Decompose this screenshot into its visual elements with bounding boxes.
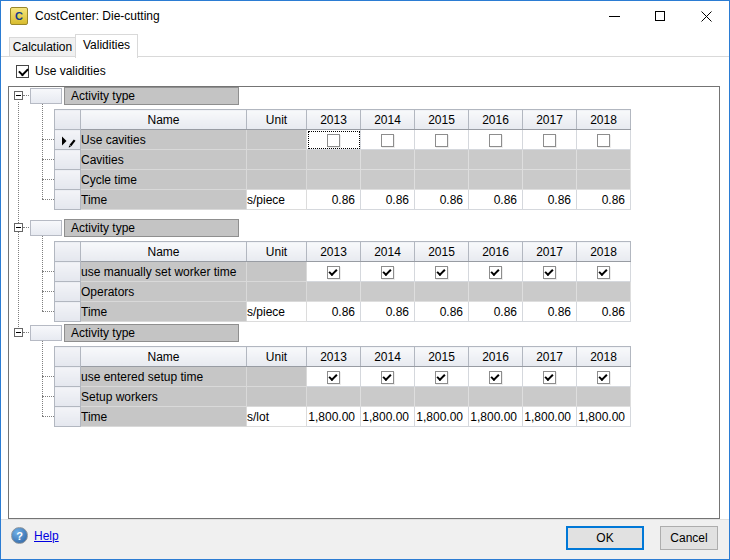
help-link[interactable]: Help bbox=[34, 529, 59, 543]
row-unit-cell[interactable] bbox=[247, 130, 307, 150]
year-checkbox[interactable] bbox=[327, 266, 340, 279]
tab-calculation[interactable]: Calculation bbox=[9, 37, 76, 57]
year-empty-cell[interactable] bbox=[523, 170, 577, 190]
year-checkbox[interactable] bbox=[597, 266, 610, 279]
column-header-2017[interactable]: 2017 bbox=[523, 242, 577, 262]
year-empty-cell[interactable] bbox=[415, 387, 469, 407]
year-checkbox-cell[interactable] bbox=[523, 130, 577, 150]
year-value-cell[interactable]: 0.86 bbox=[523, 190, 577, 210]
year-value-cell[interactable]: 0.86 bbox=[523, 302, 577, 322]
row-selector-cell[interactable] bbox=[55, 130, 81, 150]
year-empty-cell[interactable] bbox=[361, 170, 415, 190]
year-checkbox[interactable] bbox=[435, 134, 448, 147]
year-value-cell[interactable]: 0.86 bbox=[415, 190, 469, 210]
row-name-cell[interactable]: Time bbox=[81, 407, 247, 427]
year-checkbox-cell[interactable] bbox=[577, 262, 631, 282]
year-checkbox[interactable] bbox=[489, 134, 502, 147]
row-unit-cell[interactable] bbox=[247, 170, 307, 190]
collapse-expander-icon[interactable] bbox=[14, 223, 23, 232]
year-empty-cell[interactable] bbox=[307, 170, 361, 190]
column-header-2015[interactable]: 2015 bbox=[415, 110, 469, 130]
year-checkbox[interactable] bbox=[327, 371, 340, 384]
year-value-cell[interactable]: 0.86 bbox=[361, 190, 415, 210]
minimize-button[interactable] bbox=[591, 1, 637, 31]
row-selector-cell[interactable] bbox=[55, 407, 81, 427]
year-checkbox-cell[interactable] bbox=[577, 367, 631, 387]
year-empty-cell[interactable] bbox=[415, 150, 469, 170]
section-selector-cell[interactable] bbox=[30, 88, 62, 104]
help-icon[interactable]: ? bbox=[11, 527, 28, 544]
column-header-unit[interactable]: Unit bbox=[247, 242, 307, 262]
column-header-2013[interactable]: 2013 bbox=[307, 347, 361, 367]
row-name-cell[interactable]: Cavities bbox=[81, 150, 247, 170]
column-header-2014[interactable]: 2014 bbox=[361, 242, 415, 262]
year-empty-cell[interactable] bbox=[577, 150, 631, 170]
year-empty-cell[interactable] bbox=[469, 170, 523, 190]
year-empty-cell[interactable] bbox=[415, 170, 469, 190]
year-checkbox-cell[interactable] bbox=[523, 367, 577, 387]
maximize-button[interactable] bbox=[637, 1, 683, 31]
year-checkbox-cell[interactable] bbox=[361, 262, 415, 282]
year-checkbox-cell[interactable] bbox=[307, 262, 361, 282]
row-unit-cell[interactable] bbox=[247, 262, 307, 282]
section-selector-cell[interactable] bbox=[30, 325, 62, 341]
year-empty-cell[interactable] bbox=[307, 387, 361, 407]
year-value-cell[interactable]: 1,800.00 bbox=[577, 407, 631, 427]
year-checkbox-cell[interactable] bbox=[469, 367, 523, 387]
row-selector-cell[interactable] bbox=[55, 190, 81, 210]
year-checkbox[interactable] bbox=[597, 134, 610, 147]
column-header-name[interactable]: Name bbox=[81, 242, 247, 262]
row-unit-cell[interactable]: s/piece bbox=[247, 302, 307, 322]
row-selector-cell[interactable] bbox=[55, 387, 81, 407]
column-header-unit[interactable]: Unit bbox=[247, 110, 307, 130]
row-unit-cell[interactable] bbox=[247, 367, 307, 387]
year-checkbox[interactable] bbox=[381, 134, 394, 147]
year-empty-cell[interactable] bbox=[523, 282, 577, 302]
row-selector-cell[interactable] bbox=[55, 262, 81, 282]
column-header-2013[interactable]: 2013 bbox=[307, 110, 361, 130]
year-checkbox[interactable] bbox=[543, 266, 556, 279]
year-checkbox[interactable] bbox=[489, 266, 502, 279]
year-checkbox[interactable] bbox=[489, 371, 502, 384]
activity-type-header[interactable]: Activity type bbox=[64, 87, 239, 105]
row-name-cell[interactable]: Cycle time bbox=[81, 170, 247, 190]
column-header-2013[interactable]: 2013 bbox=[307, 242, 361, 262]
activity-type-header[interactable]: Activity type bbox=[64, 219, 239, 237]
row-unit-cell[interactable] bbox=[247, 387, 307, 407]
column-header-name[interactable]: Name bbox=[81, 110, 247, 130]
year-checkbox-cell[interactable] bbox=[361, 367, 415, 387]
row-unit-cell[interactable] bbox=[247, 282, 307, 302]
year-value-cell[interactable]: 0.86 bbox=[577, 190, 631, 210]
row-name-cell[interactable]: use entered setup time bbox=[81, 367, 247, 387]
column-header-2016[interactable]: 2016 bbox=[469, 242, 523, 262]
year-value-cell[interactable]: 1,800.00 bbox=[523, 407, 577, 427]
ok-button[interactable]: OK bbox=[566, 526, 644, 550]
year-checkbox-cell[interactable] bbox=[415, 367, 469, 387]
year-checkbox-cell[interactable] bbox=[469, 130, 523, 150]
year-empty-cell[interactable] bbox=[307, 282, 361, 302]
year-checkbox-cell[interactable] bbox=[469, 262, 523, 282]
year-value-cell[interactable]: 0.86 bbox=[469, 190, 523, 210]
column-header-2018[interactable]: 2018 bbox=[577, 110, 631, 130]
row-name-cell[interactable]: Operators bbox=[81, 282, 247, 302]
year-empty-cell[interactable] bbox=[361, 150, 415, 170]
year-checkbox[interactable] bbox=[381, 266, 394, 279]
column-header-2018[interactable]: 2018 bbox=[577, 347, 631, 367]
column-header-2017[interactable]: 2017 bbox=[523, 110, 577, 130]
close-button[interactable] bbox=[683, 1, 729, 31]
cancel-button[interactable]: Cancel bbox=[660, 526, 718, 550]
year-checkbox-cell[interactable] bbox=[577, 130, 631, 150]
year-checkbox[interactable] bbox=[543, 371, 556, 384]
year-value-cell[interactable]: 0.86 bbox=[415, 302, 469, 322]
year-checkbox[interactable] bbox=[381, 371, 394, 384]
year-value-cell[interactable]: 0.86 bbox=[577, 302, 631, 322]
year-checkbox-cell[interactable] bbox=[523, 262, 577, 282]
year-value-cell[interactable]: 1,800.00 bbox=[415, 407, 469, 427]
year-checkbox-cell[interactable] bbox=[415, 262, 469, 282]
year-checkbox-cell[interactable] bbox=[307, 130, 361, 150]
row-selector-cell[interactable] bbox=[55, 302, 81, 322]
year-checkbox[interactable] bbox=[327, 134, 340, 147]
year-value-cell[interactable]: 1,800.00 bbox=[307, 407, 361, 427]
column-header-2018[interactable]: 2018 bbox=[577, 242, 631, 262]
year-checkbox[interactable] bbox=[597, 371, 610, 384]
